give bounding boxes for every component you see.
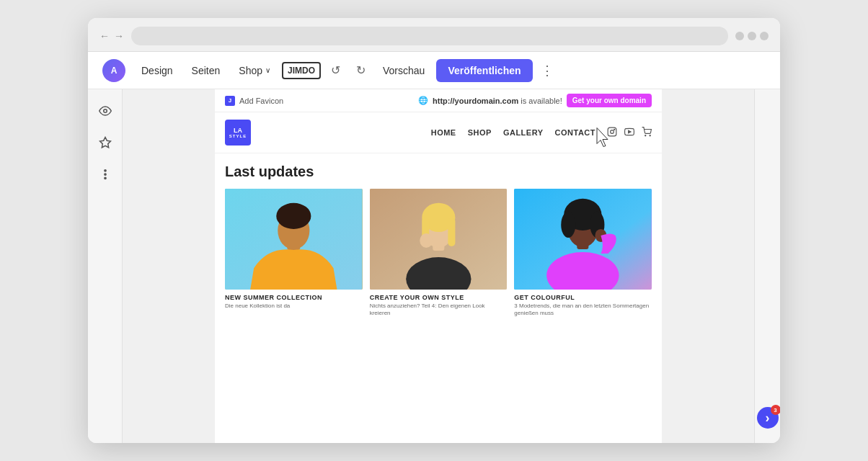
jimdo-logo[interactable]: JIMDO [282, 62, 321, 79]
card-desc-2: Nichts anzuziehen? Teil 4: Den eigenen L… [370, 303, 508, 318]
more-options-button[interactable]: ⋮ [537, 61, 557, 81]
section-title: Last updates [225, 164, 652, 180]
favicon-left: J Add Favicon [225, 96, 283, 106]
card-desc-3: 3 Modetrends, die man an den letzten Som… [514, 303, 652, 318]
card-2[interactable]: CREATE YOUR OWN STYLE Nichts anzuziehen?… [370, 189, 508, 318]
site-nav: LA STYLE HOME SHOP GALLERY CONTACT [215, 112, 662, 153]
user-avatar[interactable]: A [102, 59, 125, 82]
browser-arrows: ← → [99, 30, 124, 42]
window-dot-2 [748, 32, 756, 40]
cart-icon[interactable] [642, 127, 652, 139]
back-arrow[interactable]: ← [99, 30, 110, 42]
browser-window-controls [735, 32, 769, 40]
undo-button[interactable]: ↺ [325, 59, 346, 81]
svg-point-0 [103, 109, 107, 113]
cards-grid: NEW SUMMER COLLECTION Die neue Kollektio… [225, 189, 652, 318]
card-image-3 [514, 189, 652, 290]
nav-home[interactable]: HOME [431, 128, 456, 137]
svg-marker-8 [629, 130, 631, 133]
help-arrow: › [766, 411, 770, 426]
forward-arrow[interactable]: → [114, 30, 124, 42]
instagram-icon[interactable] [607, 127, 617, 139]
help-badge: 3 [771, 405, 781, 415]
get-domain-button[interactable]: Get your own domain [567, 94, 652, 107]
browser-window: ← → A Design Seiten Shop JIMDO ↺ ↻ Vorsc… [88, 18, 780, 443]
svg-point-10 [650, 135, 650, 135]
card-1[interactable]: NEW SUMMER COLLECTION Die neue Kollektio… [225, 189, 363, 318]
card-desc-1: Die neue Kollektion ist da [225, 303, 363, 310]
available-text: is available! [521, 97, 562, 105]
preview-inner: J Add Favicon 🌐 http://yourdomain.com is… [215, 89, 662, 443]
card-title-3: GET COLOURFUL [514, 294, 652, 301]
favicon-center: 🌐 http://yourdomain.com is available! Ge… [418, 94, 652, 107]
svg-point-30 [562, 212, 576, 238]
help-bubble[interactable]: › 3 [757, 407, 779, 429]
svg-point-3 [104, 174, 105, 175]
seiten-button[interactable]: Seiten [185, 61, 228, 81]
svg-point-24 [420, 233, 433, 248]
nav-icons [607, 127, 652, 139]
card-image-1 [225, 189, 363, 290]
svg-point-7 [614, 129, 615, 130]
add-favicon-label[interactable]: Add Favicon [239, 97, 283, 105]
browser-chrome: ← → [88, 18, 780, 52]
youtube-icon[interactable] [624, 127, 634, 139]
card-title-1: NEW SUMMER COLLECTION [225, 294, 363, 301]
site-content: Last updates [215, 153, 662, 328]
publish-button[interactable]: Veröffentlichen [436, 59, 532, 82]
content-area: J Add Favicon 🌐 http://yourdomain.com is… [88, 89, 780, 443]
svg-marker-1 [99, 138, 110, 148]
favicon-bar: J Add Favicon 🌐 http://yourdomain.com is… [215, 89, 662, 112]
svg-point-9 [645, 135, 646, 135]
website-preview: J Add Favicon 🌐 http://yourdomain.com is… [123, 89, 754, 443]
site-logo: LA STYLE [225, 120, 251, 146]
editor-toolbar: A Design Seiten Shop JIMDO ↺ ↻ Vorschau … [88, 52, 780, 89]
more-sidebar-icon[interactable] [92, 161, 118, 187]
window-dot-1 [735, 32, 744, 40]
eye-icon[interactable] [92, 98, 118, 124]
redo-button[interactable]: ↻ [350, 59, 371, 81]
svg-point-4 [104, 177, 105, 179]
svg-point-15 [276, 203, 311, 229]
shop-button[interactable]: Shop [231, 61, 278, 81]
url-bar[interactable] [131, 27, 728, 45]
favicon-add-icon: J [225, 96, 235, 106]
draw-icon[interactable] [92, 130, 118, 156]
left-sidebar [88, 89, 123, 443]
svg-rect-23 [448, 218, 455, 246]
domain-url: http://yourdomain.com [433, 97, 518, 105]
svg-point-2 [104, 170, 105, 171]
vorschau-button[interactable]: Vorschau [376, 61, 432, 81]
design-button[interactable]: Design [134, 61, 180, 81]
browser-top-bar: ← → [99, 27, 769, 45]
nav-contact[interactable]: CONTACT [555, 128, 595, 137]
globe-icon: 🌐 [418, 96, 428, 105]
nav-shop[interactable]: SHOP [468, 128, 492, 137]
right-panel: › 3 [754, 89, 780, 443]
card-image-2 [370, 189, 508, 290]
card-title-2: CREATE YOUR OWN STYLE [370, 294, 508, 301]
svg-point-6 [611, 130, 614, 133]
nav-links: HOME SHOP GALLERY CONTACT [431, 128, 595, 137]
card-3[interactable]: GET COLOURFUL 3 Modetrends, die man an d… [514, 189, 652, 318]
domain-text: http://yourdomain.com is available! [433, 97, 562, 105]
svg-rect-5 [608, 127, 616, 136]
nav-gallery[interactable]: GALLERY [503, 128, 544, 137]
window-dot-3 [760, 32, 769, 40]
